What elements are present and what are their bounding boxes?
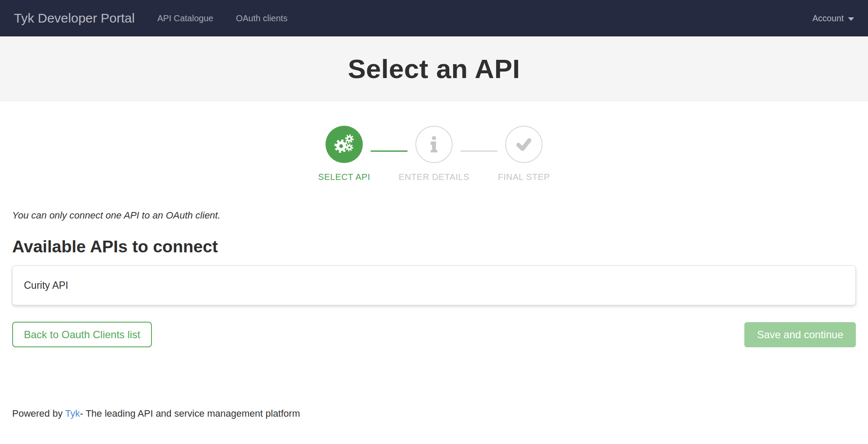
account-menu[interactable]: Account [812, 13, 854, 23]
api-name: Curity API [24, 280, 68, 291]
brand-title[interactable]: Tyk Developer Portal [14, 11, 135, 26]
page-header: Select an API [0, 36, 868, 101]
save-and-continue-button[interactable]: Save and continue [744, 322, 856, 347]
step-enter-details: ENTER DETAILS [415, 126, 453, 182]
check-icon [515, 135, 533, 153]
step-select-api: SELECT API [326, 126, 363, 182]
step-select-api-circle [326, 126, 363, 163]
main-content: You can only connect one API to an OAuth… [0, 210, 868, 347]
back-to-oauth-clients-button[interactable]: Back to Oauth Clients list [12, 322, 152, 347]
page-title: Select an API [348, 53, 520, 84]
footer-suffix: - The leading API and service management… [80, 408, 300, 419]
step-final-step: FINAL STEP [505, 126, 542, 182]
wizard-stepper: SELECT API ENTER DETAILS FINAL STEP [0, 126, 868, 182]
cogs-icon [333, 133, 355, 156]
nav-item-oauth-clients[interactable]: OAuth clients [236, 13, 287, 23]
nav-links: API Catalogue OAuth clients [135, 13, 287, 23]
stepper-connector-done [371, 150, 408, 152]
connect-note: You can only connect one API to an OAuth… [12, 210, 856, 221]
step-final-step-label: FINAL STEP [498, 172, 550, 182]
step-enter-details-label: ENTER DETAILS [399, 172, 470, 182]
caret-down-icon [848, 17, 854, 21]
step-enter-details-circle [415, 126, 453, 163]
section-title: Available APIs to connect [12, 237, 856, 256]
api-list-item-curity[interactable]: Curity API [12, 265, 856, 305]
stepper-connector-todo [460, 150, 497, 152]
step-select-api-label: SELECT API [318, 172, 370, 182]
account-label: Account [812, 13, 844, 23]
info-icon [428, 136, 440, 153]
actions-row: Back to Oauth Clients list Save and cont… [12, 322, 856, 347]
footer: Powered by Tyk- The leading API and serv… [0, 408, 868, 419]
navbar: Tyk Developer Portal API Catalogue OAuth… [0, 0, 868, 36]
tyk-link[interactable]: Tyk [65, 408, 80, 419]
step-final-step-circle [505, 126, 542, 163]
nav-item-api-catalogue[interactable]: API Catalogue [157, 13, 213, 23]
footer-prefix: Powered by [12, 408, 65, 419]
